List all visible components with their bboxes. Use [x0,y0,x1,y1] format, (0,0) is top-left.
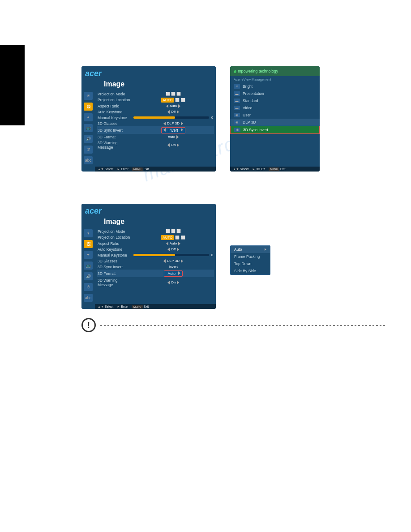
arrow-right-icon [181,122,183,125]
row-b-projection-mode: Projection Mode ⬜ ⬜ ⬜ [97,228,214,234]
notice-divider-line [100,325,387,326]
arrow-left-icon [167,143,170,147]
osd-top-content: Projection Mode ⬜ ⬜ ⬜ Projection Locatio… [95,90,216,171]
emp-item-video: ▬ Video [230,104,320,112]
sidebar-icon-1: ☀ [84,92,93,100]
row-3d-glasses: 3D Glasses DLP 3D [97,120,214,126]
acer-logo-top: acer [85,69,102,78]
sidebar-icon-b6: ⏱ [84,283,93,291]
row-b-auto-keystone: Auto Keystone Off [97,246,214,252]
emp-subheader: Acer eView Management [230,76,320,83]
osd-top-header: acer [81,66,216,79]
row-projection-location: Projection Location AUTO ⬜ ⬜ [97,97,214,103]
sidebar-icon-b1: ☀ [84,229,93,237]
emp-header: e mpowering technology [230,66,320,76]
sidebar-icon-2: 🖼 [84,103,93,111]
keystone-fill [133,116,175,119]
dropdown-item-frame-packing: Frame Packing [231,253,270,260]
row-b-3d-sync-invert: 3D Sync Invert Invert [97,264,214,270]
presentation-icon: ▬ [234,91,240,96]
row-projection-mode: Projection Mode ⬜ ⬜ ⬜ [97,91,214,97]
osd-bottom-footer: ▲▼ Select ► Enter MENU Exit [95,304,216,309]
row-manual-keystone: Manual Keystone 0 [97,115,214,120]
osd-bottom-sidebar: ☀ 🖼 ✦ 📺 🔊 ⏱ abc [81,227,95,308]
osd-bottom-body: ☀ 🖼 ✦ 📺 🔊 ⏱ abc Projection Mode ⬜ ⬜ ⬜ Pr… [81,227,216,308]
row-b-3d-warning: 3D Warning Message On [97,277,214,287]
emp-panel-top: e mpowering technology Acer eView Manage… [230,66,320,172]
sidebar-icon-b7: abc [84,294,93,302]
sidebar-icon-5: 🔊 [84,135,93,143]
emp-header-text: mpowering technology [238,69,278,73]
sidebar-icon-b4: 📺 [84,262,93,270]
video-icon: ▬ [234,106,240,110]
keystone-slider [133,116,209,119]
arrow-right-icon [177,143,179,147]
emp-item-bright: ☀ Bright [230,83,320,90]
arrow-right-icon [176,135,179,139]
row-b-manual-keystone: Manual Keystone 0 [97,252,214,258]
dropdown-item-side-by-side: Side By Side [231,267,270,275]
bottom-osd-panel: acer Image ☀ 🖼 ✦ 📺 🔊 ⏱ abc Projection Mo… [81,204,216,309]
standard-icon: ▬ [234,99,240,103]
arrow-right-icon [178,104,180,108]
osd-top-sidebar: ☀ 🖼 ✦ 📺 🔊 ⏱ abc [81,90,95,171]
dlp3d-icon: ◉ [234,120,240,124]
keystone-slider-b [133,254,209,256]
row-3d-format: 3D Format Auto [97,134,214,140]
sidebar-icon-4: 📺 [84,124,93,132]
sidebar-icon-7: abc [84,156,93,164]
row-b-3d-glasses: 3D Glasses DLP 3D [97,258,214,264]
emp-item-presentation: ▬ Presentation [230,90,320,97]
acer-logo-bottom: acer [85,206,102,216]
user-icon: ◉ [234,113,240,117]
emp-item-3d-sync-invert: ◉ 3D Sync Invert [230,126,320,134]
emp-item-standard: ▬ Standard [230,97,320,104]
arrow-left-icon [166,104,168,108]
emp-e-letter: e [234,69,236,74]
row-b-projection-location: Projection Location AUTO ⬜ ⬜ [97,234,214,240]
osd-top-body: ☀ 🖼 ✦ 📺 🔊 ⏱ abc Projection Mode ⬜ ⬜ ⬜ Pr… [81,90,216,171]
sync-invert-icon: ◉ [234,128,240,132]
left-sidebar [0,45,25,125]
dropdown-arrow-icon [265,248,266,251]
keystone-fill-b [133,254,175,256]
arrow-right-icon [177,110,179,114]
notice-row: ! [81,318,387,332]
osd-top-footer: ▲▼ Select ► Enter MENU Exit [95,167,216,172]
sidebar-icon-3: ✦ [84,113,93,121]
osd-bottom-header: acer [81,204,216,217]
row-b-3d-format: 3D Format Auto [97,270,214,277]
osd-bottom-title: Image [81,217,216,227]
arrow-left-icon [163,122,166,125]
emp-footer: ▲▼ Select ► 3D Off MENU Exit [230,167,320,172]
sidebar-icon-b2: 🖼 [84,240,93,248]
arrow-left-icon [167,110,170,114]
format-dropdown-panel: Auto Frame Packing Top-Down Side By Side [230,245,270,275]
sync-invert-highlight: Invert [161,127,185,133]
emp-item-dlp3d: ◉ DLP 3D [230,119,320,126]
osd-bottom-content: Projection Mode ⬜ ⬜ ⬜ Projection Locatio… [95,227,216,308]
row-3d-warning: 3D Warning Message On [97,140,214,150]
dropdown-item-top-down: Top-Down [231,260,270,267]
dropdown-item-auto: Auto [231,246,270,253]
bright-icon: ☀ [234,84,240,89]
format-highlight: Auto [164,270,183,277]
notice-icon: ! [81,318,96,332]
sidebar-icon-b3: ✦ [84,251,93,259]
sidebar-icon-b5: 🔊 [84,272,93,280]
sidebar-icon-6: ⏱ [84,146,93,154]
row-3d-sync-invert: 3D Sync Invert Invert [97,126,214,134]
emp-item-user: ◉ User [230,112,320,119]
row-auto-keystone: Auto Keystone Off [97,109,214,115]
row-b-aspect-ratio: Aspect Ratio Auto [97,240,214,246]
row-aspect-ratio: Aspect Ratio Auto [97,103,214,109]
top-osd-panel: acer Image ☀ 🖼 ✦ 📺 🔊 ⏱ abc Projection Mo… [81,66,216,172]
osd-top-title: Image [81,79,216,90]
